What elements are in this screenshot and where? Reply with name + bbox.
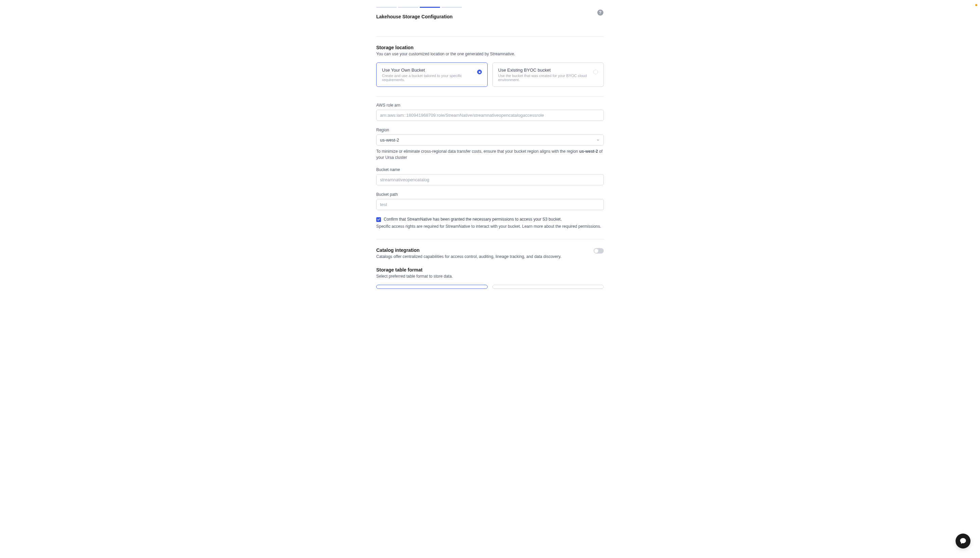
confirm-permissions-label: Confirm that StreamNative has been grant…: [384, 217, 562, 222]
confirm-permissions-checkbox[interactable]: [376, 217, 381, 222]
step-1: [376, 7, 396, 8]
bucket-path-field: Bucket path: [376, 192, 604, 210]
option-use-your-own-bucket[interactable]: Use Your Own Bucket Create and use a buc…: [376, 62, 488, 87]
confirm-permissions-sub: Specific access rights are required for …: [376, 223, 604, 230]
page-container: ? Lakehouse Storage Configuration Storag…: [245, 0, 735, 302]
bucket-name-field: Bucket name: [376, 167, 604, 185]
aws-role-arn-input[interactable]: [376, 110, 604, 121]
region-field: Region us-west-2 To minimize or eliminat…: [376, 128, 604, 161]
bucket-path-label: Bucket path: [376, 192, 604, 197]
option-title: Use Your Own Bucket: [382, 67, 474, 73]
page-title: Lakehouse Storage Configuration: [376, 14, 604, 19]
step-2: [398, 7, 418, 8]
toggle-knob: [594, 249, 599, 253]
storage-table-format-desc: Select preferred table format to store d…: [376, 274, 604, 279]
option-use-existing-byoc[interactable]: Use Existing BYOC bucket Use the bucket …: [492, 62, 604, 87]
storage-option-row: Use Your Own Bucket Create and use a buc…: [376, 62, 604, 87]
radio-icon: [477, 70, 482, 74]
notification-dot: [975, 4, 977, 6]
format-option-1[interactable]: [376, 285, 488, 289]
bucket-path-input[interactable]: [376, 199, 604, 210]
region-hint: To minimize or eliminate cross-regional …: [376, 148, 604, 161]
storage-location-section: Storage location You can use your custom…: [376, 37, 604, 289]
radio-icon: [593, 70, 598, 74]
region-label: Region: [376, 128, 604, 132]
step-4: [441, 7, 462, 8]
aws-role-arn-label: AWS role arn: [376, 103, 604, 108]
help-icon[interactable]: ?: [597, 10, 603, 16]
option-title: Use Existing BYOC bucket: [498, 67, 590, 73]
option-sub: Use the bucket that was created for your…: [498, 74, 590, 82]
bucket-name-label: Bucket name: [376, 167, 604, 172]
storage-location-desc: You can use your customized location or …: [376, 52, 604, 56]
confirm-permissions-block: Confirm that StreamNative has been grant…: [376, 217, 604, 230]
bucket-name-input[interactable]: [376, 174, 604, 185]
help-button-wrap: ?: [597, 10, 603, 16]
stepper: [376, 7, 604, 8]
option-sub: Create and use a bucket tailored to your…: [382, 74, 474, 82]
catalog-integration-toggle[interactable]: [594, 248, 604, 254]
step-3: [420, 7, 440, 8]
catalog-integration-section: Catalog integration Catalogs offer centr…: [376, 239, 604, 267]
region-select[interactable]: us-west-2: [376, 135, 604, 146]
aws-role-arn-field: AWS role arn: [376, 103, 604, 121]
storage-location-title: Storage location: [376, 45, 604, 50]
storage-table-format-title: Storage table format: [376, 267, 604, 272]
storage-table-format-section: Storage table format Select preferred ta…: [376, 267, 604, 289]
format-option-row: [376, 285, 604, 289]
format-option-2[interactable]: [492, 285, 604, 289]
form-container: Lakehouse Storage Configuration Storage …: [376, 7, 604, 289]
catalog-integration-desc: Catalogs offer centralized capabilities …: [376, 254, 561, 259]
catalog-integration-title: Catalog integration: [376, 248, 561, 253]
